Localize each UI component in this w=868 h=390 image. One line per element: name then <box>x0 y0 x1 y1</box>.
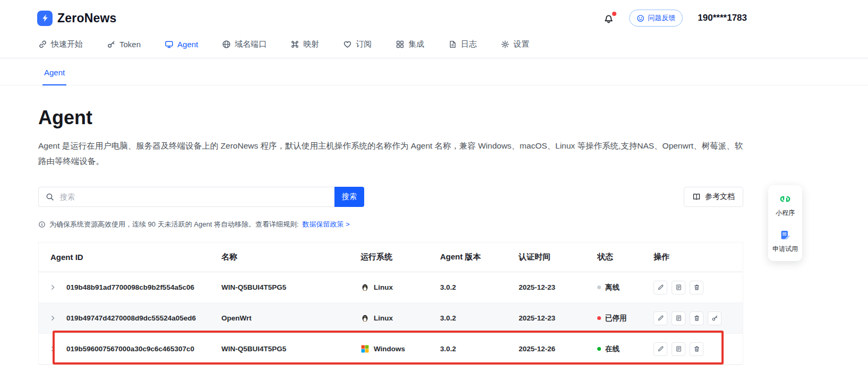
table-row: 019b596007567000a30c9c6c465307c0 WIN-Q5B… <box>39 334 743 365</box>
notification-bell-button[interactable] <box>603 13 614 24</box>
col-os: 运行系统 <box>360 252 440 262</box>
expand-row-button[interactable] <box>39 345 66 352</box>
feedback-button[interactable]: 问题反馈 <box>629 10 683 27</box>
nav-item-token[interactable]: Token <box>107 40 141 49</box>
edit-icon <box>657 284 664 291</box>
globe-icon <box>222 40 231 49</box>
expand-row-button[interactable] <box>39 315 66 322</box>
mini-program-icon <box>779 193 791 205</box>
nav-item-quick-start[interactable]: 快速开始 <box>38 39 83 49</box>
log-button[interactable] <box>672 311 685 325</box>
account-phone[interactable]: 190****1783 <box>698 13 747 23</box>
grid-icon <box>396 40 405 49</box>
agent-id-cell: 019b48b91ad7700098cb9b2f554a5c06 <box>66 283 221 291</box>
search-icon <box>46 193 54 201</box>
secondary-tabbar: Agent <box>0 58 868 85</box>
edit-button[interactable] <box>654 342 667 356</box>
link-icon <box>38 40 47 49</box>
smile-icon <box>637 14 644 22</box>
status-dot-stopped <box>597 316 601 320</box>
command-icon <box>290 40 299 49</box>
main-content: Agent Agent 是运行在用户电脑、服务器及终端设备上的 ZeroNews… <box>0 85 868 365</box>
nav-item-settings[interactable]: 设置 <box>501 39 529 49</box>
os-label: Linux <box>374 283 393 291</box>
reference-docs-button[interactable]: 参考文档 <box>684 187 743 207</box>
linux-icon <box>360 283 369 292</box>
auth-time-cell: 2025-12-23 <box>519 283 597 291</box>
heart-icon <box>343 40 352 49</box>
chevron-right-icon <box>49 284 56 291</box>
tab-agent[interactable]: Agent <box>42 68 66 85</box>
nav-item-subscription[interactable]: 订阅 <box>343 39 372 49</box>
auth-time-cell: 2025-12-26 <box>519 345 597 353</box>
os-cell: Windows <box>360 344 440 353</box>
actions-cell <box>654 311 743 325</box>
apply-trial-icon <box>779 229 791 241</box>
nav-item-domain-port[interactable]: 域名端口 <box>222 39 267 49</box>
version-cell: 3.0.2 <box>440 283 519 291</box>
docs-label: 参考文档 <box>705 192 735 202</box>
nav-item-logs[interactable]: 日志 <box>448 39 477 49</box>
edit-button[interactable] <box>654 311 667 325</box>
app-header: ZeroNews 问题反馈 190****1783 <box>0 0 868 33</box>
notification-dot <box>612 12 616 16</box>
agent-name-cell: OpenWrt <box>221 314 360 322</box>
edit-icon <box>657 345 664 352</box>
agent-name-cell: WIN-Q5BUI4T5PG5 <box>221 345 360 353</box>
mini-program-label: 小程序 <box>776 209 795 218</box>
version-cell: 3.0.2 <box>440 345 519 353</box>
chevron-right-icon <box>49 315 56 322</box>
col-status: 状态 <box>597 252 654 262</box>
os-cell: Linux <box>360 314 440 323</box>
agent-table: Agent ID 名称 运行系统 Agent 版本 认证时间 状态 操作 019… <box>38 242 743 365</box>
file-icon <box>448 40 457 49</box>
agent-name-cell: WIN-Q5BUI4T5PG5 <box>221 283 360 291</box>
search-button[interactable]: 搜索 <box>334 187 364 207</box>
table-row: 019b48b91ad7700098cb9b2f554a5c06 WIN-Q5B… <box>39 272 743 303</box>
primary-nav: 快速开始 Token Agent 域名端口 映射 订阅 集成 日志 设置 <box>0 33 868 58</box>
retention-policy-link[interactable]: 数据保留政策 > <box>303 220 350 229</box>
apply-trial-button[interactable]: 申请试用 <box>772 229 798 254</box>
expand-row-button[interactable] <box>39 284 66 291</box>
nav-label: 快速开始 <box>51 39 83 49</box>
controls-row: 搜索 参考文档 <box>38 187 743 207</box>
nav-label: Token <box>119 40 141 49</box>
col-agent-id: Agent ID <box>39 253 221 262</box>
windows-icon <box>360 344 369 353</box>
version-cell: 3.0.2 <box>440 314 519 322</box>
delete-button[interactable] <box>690 311 703 325</box>
actions-cell <box>654 281 743 294</box>
auth-time-cell: 2025-12-23 <box>519 314 597 322</box>
edit-icon <box>657 315 664 322</box>
nav-item-integration[interactable]: 集成 <box>396 39 424 49</box>
status-label: 已停用 <box>605 314 627 323</box>
log-button[interactable] <box>672 342 685 356</box>
agent-id-cell: 019b596007567000a30c9c6c465307c0 <box>66 345 221 353</box>
page-title: Agent <box>38 107 830 129</box>
nav-item-mapping[interactable]: 映射 <box>290 39 319 49</box>
brand-logo[interactable]: ZeroNews <box>37 11 117 26</box>
nav-label: 域名端口 <box>235 39 267 49</box>
col-actions: 操作 <box>654 252 743 262</box>
edit-button[interactable] <box>654 281 667 294</box>
search-input[interactable] <box>59 192 328 202</box>
nav-label: 集成 <box>408 39 424 49</box>
delete-button[interactable] <box>690 281 703 294</box>
search-field <box>38 187 334 207</box>
delete-button[interactable] <box>690 342 703 356</box>
status-label: 在线 <box>605 344 620 354</box>
table-row: 019b49747d4270008d9dc55524a05ed6 OpenWrt… <box>39 303 743 334</box>
status-cell: 已停用 <box>597 314 654 323</box>
nav-label: 订阅 <box>356 39 372 49</box>
nav-item-agent[interactable]: Agent <box>165 40 198 49</box>
key-button[interactable] <box>708 311 721 325</box>
status-dot-online <box>597 347 601 351</box>
doc-icon <box>675 315 682 322</box>
mini-program-button[interactable]: 小程序 <box>776 193 795 218</box>
gear-icon <box>501 40 510 49</box>
log-button[interactable] <box>672 281 685 294</box>
trash-icon <box>693 345 700 352</box>
notice-text: 为确保系统资源高效使用，连续 90 天未活跃的 Agent 将自动移除。查看详细… <box>49 220 299 229</box>
feedback-label: 问题反馈 <box>648 13 675 23</box>
book-icon <box>692 193 701 201</box>
